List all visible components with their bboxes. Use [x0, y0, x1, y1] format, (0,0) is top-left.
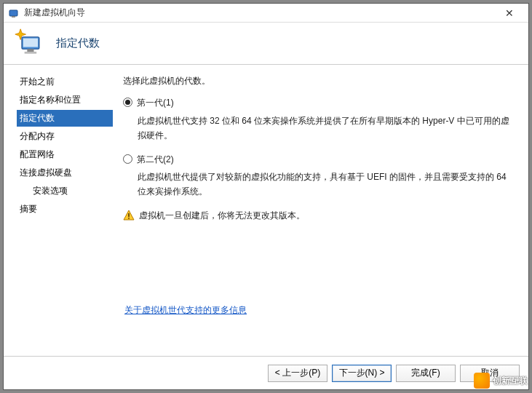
step-before-begin[interactable]: 开始之前 — [17, 74, 113, 90]
svg-rect-4 — [23, 38, 38, 47]
window-title: 新建虚拟机向导 — [24, 7, 495, 19]
wizard-content: 选择此虚拟机的代数。 第一代(1) 此虚拟机世代支持 32 位和 64 位来宾操… — [113, 65, 528, 356]
option-gen2[interactable]: 第二代(2) — [123, 152, 517, 167]
finish-button[interactable]: 完成(F) — [396, 365, 456, 382]
radio-gen2[interactable] — [123, 154, 132, 164]
svg-rect-6 — [25, 52, 36, 54]
wizard-header: 指定代数 — [4, 23, 528, 65]
close-button[interactable]: ✕ — [495, 7, 524, 19]
option-gen1-label: 第一代(1) — [137, 95, 174, 110]
warning-row: 虚拟机一旦创建后，你将无法更改其版本。 — [123, 208, 517, 223]
option-gen2-desc: 此虚拟机世代提供了对较新的虚拟化功能的支持，具有基于 UEFI 的固件，并且需要… — [123, 170, 517, 199]
step-assign-memory[interactable]: 分配内存 — [17, 128, 113, 145]
option-gen2-label: 第二代(2) — [137, 152, 174, 167]
svg-rect-1 — [12, 16, 15, 17]
intro-text: 选择此虚拟机的代数。 — [123, 74, 517, 88]
option-gen1-desc: 此虚拟机世代支持 32 位和 64 位来宾操作系统并提供了在所有早期版本的 Hy… — [123, 114, 517, 143]
warning-icon — [123, 210, 135, 221]
wizard-steps: 开始之前 指定名称和位置 指定代数 分配内存 配置网络 连接虚拟硬盘 安装选项 … — [4, 65, 113, 356]
step-connect-vhd[interactable]: 连接虚拟硬盘 — [17, 164, 113, 181]
wizard-window: 新建虚拟机向导 ✕ 指定代数 开始之前 指定名称和位置 指定代数 分配内存 配置… — [3, 3, 529, 390]
svg-rect-9 — [128, 218, 130, 219]
svg-rect-5 — [27, 49, 33, 52]
step-configure-network[interactable]: 配置网络 — [17, 146, 113, 163]
step-summary[interactable]: 摘要 — [17, 201, 113, 218]
titlebar: 新建虚拟机向导 ✕ — [4, 4, 528, 23]
next-button[interactable]: 下一步(N) > — [332, 365, 392, 382]
option-gen1[interactable]: 第一代(1) — [123, 95, 517, 110]
more-info-link[interactable]: 关于虚拟机世代支持的更多信息 — [124, 305, 247, 315]
wizard-icon — [14, 28, 46, 60]
back-button[interactable]: < 上一步(P) — [268, 365, 327, 382]
app-icon — [8, 7, 20, 19]
step-install-options[interactable]: 安装选项 — [17, 183, 113, 199]
wizard-footer: < 上一步(P) 下一步(N) > 完成(F) 取消 — [4, 356, 528, 389]
cancel-button[interactable]: 取消 — [460, 365, 520, 382]
step-generation[interactable]: 指定代数 — [17, 110, 113, 127]
step-name-location[interactable]: 指定名称和位置 — [17, 92, 113, 108]
page-title: 指定代数 — [56, 36, 100, 50]
warning-text: 虚拟机一旦创建后，你将无法更改其版本。 — [139, 208, 305, 223]
svg-rect-8 — [128, 213, 130, 217]
radio-gen1[interactable] — [123, 98, 132, 107]
svg-rect-0 — [9, 10, 17, 16]
